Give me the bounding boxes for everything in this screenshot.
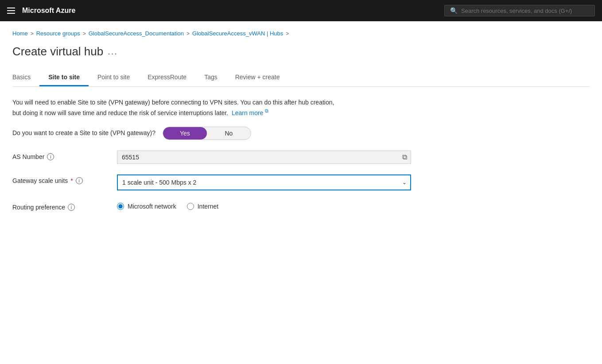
as-number-copy-button[interactable]: ⧉ xyxy=(399,151,411,163)
tab-basics[interactable]: Basics xyxy=(12,69,39,86)
ellipsis-button[interactable]: ... xyxy=(108,46,118,57)
gateway-scale-control: 1 scale unit - 500 Mbps x 2 2 scale unit… xyxy=(117,174,411,190)
tab-point-to-site[interactable]: Point to site xyxy=(89,69,139,86)
tab-review-create[interactable]: Review + create xyxy=(226,69,289,86)
breadcrumb-sep-3: > xyxy=(186,31,190,37)
routing-preference-control: Microsoft network Internet xyxy=(117,201,411,210)
as-number-control: ⧉ xyxy=(117,151,411,164)
app-title: Microsoft Azure xyxy=(22,7,437,15)
routing-internet-label: Internet xyxy=(198,203,218,210)
vpn-question-label: Do you want to create a Site to site (VP… xyxy=(12,127,155,136)
toggle-yes-button[interactable]: Yes xyxy=(163,127,207,139)
as-number-info-icon[interactable]: i xyxy=(47,153,54,160)
required-marker: * xyxy=(70,177,73,184)
info-description: You will need to enable Site to site (VP… xyxy=(12,97,336,118)
tab-expressroute[interactable]: ExpressRoute xyxy=(139,69,195,86)
breadcrumb-sep-1: > xyxy=(31,31,34,37)
routing-internet-radio[interactable] xyxy=(187,203,194,210)
tab-tags[interactable]: Tags xyxy=(195,69,226,86)
vpn-toggle-group: Yes No xyxy=(163,127,251,140)
form-section: You will need to enable Site to site (VP… xyxy=(12,97,411,211)
routing-microsoft-radio[interactable] xyxy=(117,203,124,210)
gateway-scale-select-wrapper: 1 scale unit - 500 Mbps x 2 2 scale unit… xyxy=(117,174,411,190)
search-box: 🔍 xyxy=(444,5,595,16)
page-title-row: Create virtual hub ... xyxy=(12,45,590,58)
routing-preference-row: Routing preference i Microsoft network I… xyxy=(12,201,411,211)
routing-preference-label: Routing preference i xyxy=(12,201,110,211)
search-input[interactable] xyxy=(461,8,589,14)
learn-more-link[interactable]: Learn more ⧉ xyxy=(232,109,268,116)
hamburger-menu[interactable] xyxy=(7,8,15,14)
breadcrumb-resource-groups[interactable]: Resource groups xyxy=(36,30,80,37)
tab-site-to-site[interactable]: Site to site xyxy=(39,69,89,86)
external-link-icon: ⧉ xyxy=(265,108,268,113)
search-icon: 🔍 xyxy=(450,7,458,14)
breadcrumb-vwan-hubs[interactable]: GlobalSecureAccess_vWAN | Hubs xyxy=(192,30,283,37)
routing-pref-info-icon[interactable]: i xyxy=(68,204,75,211)
toggle-control: Yes No xyxy=(163,127,411,140)
toggle-no-button[interactable]: No xyxy=(207,127,251,139)
routing-microsoft-option[interactable]: Microsoft network xyxy=(117,203,176,210)
gateway-scale-row: Gateway scale units * i 1 scale unit - 5… xyxy=(12,174,411,190)
top-navigation: Microsoft Azure 🔍 xyxy=(0,0,602,21)
vpn-gateway-row: Do you want to create a Site to site (VP… xyxy=(12,127,411,140)
as-number-label: AS Number i xyxy=(12,151,110,160)
page-title: Create virtual hub xyxy=(12,45,103,58)
routing-internet-option[interactable]: Internet xyxy=(187,203,218,210)
breadcrumb-home[interactable]: Home xyxy=(12,30,28,37)
main-content: Home > Resource groups > GlobalSecureAcc… xyxy=(0,21,602,364)
routing-microsoft-label: Microsoft network xyxy=(128,203,176,210)
breadcrumb-gsa-doc[interactable]: GlobalSecureAccess_Documentation xyxy=(89,30,184,37)
gateway-scale-label: Gateway scale units * i xyxy=(12,174,110,184)
as-number-input[interactable] xyxy=(117,151,399,163)
as-number-row: AS Number i ⧉ xyxy=(12,151,411,164)
gateway-scale-select[interactable]: 1 scale unit - 500 Mbps x 2 2 scale unit… xyxy=(117,174,411,190)
breadcrumb-sep-4: > xyxy=(286,31,289,37)
as-number-input-wrapper: ⧉ xyxy=(117,151,411,164)
gateway-scale-info-icon[interactable]: i xyxy=(76,177,83,184)
routing-radio-group: Microsoft network Internet xyxy=(117,201,411,210)
breadcrumb: Home > Resource groups > GlobalSecureAcc… xyxy=(12,30,590,37)
breadcrumb-sep-2: > xyxy=(83,31,86,37)
tabs-container: Basics Site to site Point to site Expres… xyxy=(12,69,590,87)
